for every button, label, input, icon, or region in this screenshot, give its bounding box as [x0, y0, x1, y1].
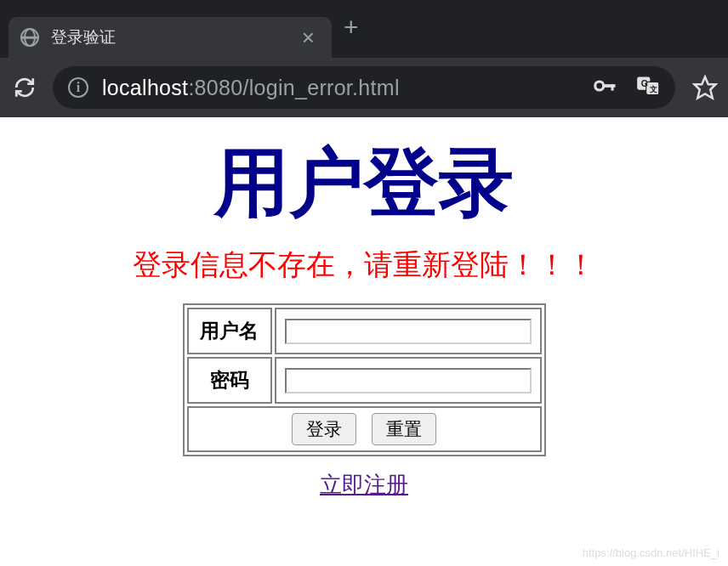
login-form-table: 用户名 密码 登录 重置 — [183, 303, 546, 456]
globe-icon — [20, 28, 39, 47]
info-icon[interactable]: i — [68, 77, 88, 98]
watermark: https://blog.csdn.net/HIHE_i — [583, 546, 719, 559]
page-content: 用户登录 登录信息不存在，请重新登陆！！！ 用户名 密码 登录 重置 立即注册 — [0, 117, 728, 500]
table-row: 登录 重置 — [187, 406, 542, 452]
password-cell — [275, 357, 542, 404]
table-row: 用户名 — [187, 308, 542, 354]
close-tab-button[interactable]: × — [297, 25, 320, 51]
toolbar: i localhost:8080/login_error.html G文 — [0, 58, 728, 117]
username-input[interactable] — [285, 319, 532, 344]
svg-rect-2 — [611, 84, 614, 91]
error-message: 登录信息不存在，请重新登陆！！！ — [0, 246, 728, 285]
password-label: 密码 — [187, 357, 272, 404]
translate-icon[interactable]: G文 — [636, 74, 660, 101]
password-input[interactable] — [285, 368, 532, 393]
new-tab-button[interactable]: + — [344, 13, 359, 42]
svg-point-0 — [595, 82, 604, 90]
svg-text:文: 文 — [649, 85, 657, 93]
page-title: 用户登录 — [0, 143, 728, 225]
tab-strip: 登录验证 × + — [0, 0, 728, 58]
url-text: localhost:8080/login_error.html — [102, 76, 400, 100]
key-icon[interactable] — [592, 73, 617, 102]
reset-button[interactable]: 重置 — [372, 413, 436, 445]
bookmark-star-button[interactable] — [689, 71, 721, 104]
browser-tab[interactable]: 登录验证 × — [9, 17, 332, 58]
address-bar[interactable]: i localhost:8080/login_error.html G文 — [53, 66, 675, 109]
table-row: 密码 — [187, 357, 542, 404]
reload-button[interactable] — [7, 70, 43, 105]
username-label: 用户名 — [187, 308, 272, 354]
username-cell — [275, 308, 542, 354]
login-button[interactable]: 登录 — [292, 413, 356, 445]
button-row: 登录 重置 — [187, 406, 542, 452]
svg-marker-7 — [695, 77, 716, 99]
register-link[interactable]: 立即注册 — [320, 470, 408, 500]
svg-text:G: G — [641, 78, 648, 88]
tab-title: 登录验证 — [51, 26, 285, 48]
